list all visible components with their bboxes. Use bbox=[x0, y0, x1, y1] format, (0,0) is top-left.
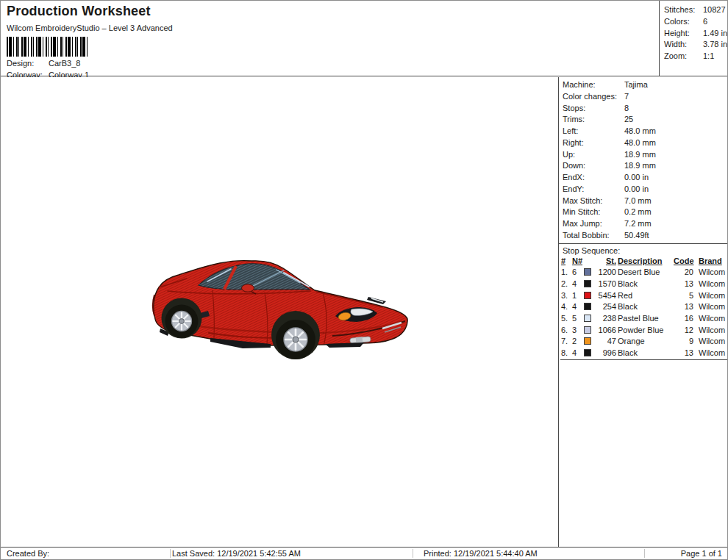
machine-info-value: 7.2 mm bbox=[624, 218, 652, 230]
stop-num: 7. bbox=[560, 336, 571, 348]
stop-description: Pastel Blue bbox=[617, 313, 673, 325]
thread-color-swatch bbox=[584, 315, 591, 322]
footer: Created By: Last Saved: 12/19/2021 5:42:… bbox=[1, 547, 727, 559]
stop-needle: 4 bbox=[571, 279, 583, 290]
stop-brand: Wilcom bbox=[694, 313, 728, 325]
stop-brand: Wilcom bbox=[694, 301, 728, 313]
thread-color-swatch bbox=[584, 268, 591, 276]
stop-brand: Wilcom bbox=[694, 336, 728, 348]
front-wheel bbox=[271, 311, 320, 359]
thread-color-swatch bbox=[584, 337, 591, 345]
stop-code: 9 bbox=[673, 336, 694, 348]
machine-info-value: 48.0 mm bbox=[624, 137, 656, 149]
stop-code: 16 bbox=[673, 313, 694, 325]
design-barcode bbox=[7, 37, 90, 57]
machine-info-label: Trims: bbox=[563, 114, 624, 126]
machine-info-row: Up: 18.9 mm bbox=[563, 149, 724, 161]
col-brand: Brand bbox=[694, 256, 728, 268]
machine-info-row: Total Bobbin: 50.49ft bbox=[563, 230, 724, 242]
stop-sequence-row: 8. 4 996 Black 13 Wilcom bbox=[560, 348, 728, 359]
thread-color-swatch bbox=[584, 280, 591, 287]
footer-separator bbox=[413, 549, 413, 558]
stop-needle: 1 bbox=[571, 290, 583, 302]
machine-info-row: Down: 18.9 mm bbox=[563, 160, 724, 172]
stop-num: 6. bbox=[560, 325, 571, 337]
machine-info-label: EndX: bbox=[563, 172, 624, 184]
machine-info-value: 18.9 mm bbox=[624, 160, 656, 172]
stat-row: Zoom: 1:1 bbox=[664, 51, 727, 62]
machine-info-value: 18.9 mm bbox=[624, 149, 656, 161]
stop-stitches: 238 bbox=[594, 313, 617, 325]
machine-info-label: Right: bbox=[563, 137, 624, 149]
production-worksheet-page: Production Worksheet Wilcom EmbroiderySt… bbox=[0, 0, 728, 560]
col-description: Description bbox=[617, 256, 673, 268]
machine-info-row: EndX: 0.00 in bbox=[563, 172, 724, 184]
col-num: # bbox=[560, 256, 571, 268]
stop-needle: 5 bbox=[571, 313, 583, 325]
stat-label: Zoom: bbox=[664, 51, 703, 62]
stop-code: 13 bbox=[673, 348, 694, 359]
machine-info-value: 8 bbox=[624, 103, 629, 115]
stop-brand: Wilcom bbox=[694, 290, 728, 302]
stat-value: 1:1 bbox=[703, 51, 714, 62]
col-stitches: St. bbox=[594, 256, 617, 268]
machine-info-label: Left: bbox=[563, 126, 624, 137]
thread-color-swatch bbox=[584, 349, 591, 356]
machine-info-label: Color changes: bbox=[563, 91, 624, 103]
stop-sequence-row: 5. 5 238 Pastel Blue 16 Wilcom bbox=[560, 313, 728, 325]
machine-info-row: Right: 48.0 mm bbox=[563, 137, 724, 149]
stat-row: Width: 3.78 in bbox=[664, 39, 727, 51]
machine-info-row: Min Stitch: 0.2 mm bbox=[563, 207, 724, 218]
stop-description: Desert Blue bbox=[617, 267, 673, 279]
design-label: Design: bbox=[7, 59, 49, 68]
col-needle: N# bbox=[571, 256, 583, 268]
machine-info-value: 0.00 in bbox=[624, 184, 649, 195]
stop-description: Orange bbox=[617, 336, 673, 348]
stop-sequence-row: 7. 2 47 Orange 9 Wilcom bbox=[560, 336, 728, 348]
machine-info-row: Color changes: 7 bbox=[563, 91, 724, 103]
details-panel: Machine: Tajima Color changes: 7 Stops: … bbox=[558, 77, 727, 547]
machine-info-value: 7 bbox=[624, 91, 629, 103]
machine-info-row: Max Jump: 7.2 mm bbox=[563, 218, 724, 230]
stat-value: 3.78 in bbox=[703, 39, 727, 51]
stop-sequence-table: # N# St. Description Code Brand 1. 6 bbox=[560, 256, 728, 360]
machine-info-row: Stops: 8 bbox=[563, 103, 724, 115]
stop-code: 13 bbox=[673, 301, 694, 313]
stop-stitches: 1570 bbox=[594, 279, 617, 290]
stop-description: Black bbox=[617, 279, 673, 290]
stat-row: Height: 1.49 in bbox=[664, 28, 727, 40]
machine-info-label: Max Jump: bbox=[563, 218, 624, 230]
machine-info-row: Max Stitch: 7.0 mm bbox=[563, 195, 724, 207]
machine-info-value: 7.0 mm bbox=[624, 195, 652, 207]
stop-num: 2. bbox=[560, 279, 571, 290]
stop-sequence-row: 6. 3 1066 Powder Blue 12 Wilcom bbox=[560, 325, 728, 337]
footer-separator bbox=[170, 549, 171, 558]
stat-row: Colors: 6 bbox=[664, 16, 727, 28]
design-area bbox=[1, 77, 558, 547]
machine-info-label: EndY: bbox=[563, 184, 624, 195]
page-title: Production Worksheet bbox=[7, 4, 654, 19]
stop-code: 5 bbox=[673, 290, 694, 302]
machine-info-label: Min Stitch: bbox=[563, 207, 624, 218]
header-left: Production Worksheet Wilcom EmbroiderySt… bbox=[7, 4, 654, 80]
stop-stitches: 1200 bbox=[594, 267, 617, 279]
stop-sequence-row: 1. 6 1200 Desert Blue 20 Wilcom bbox=[560, 267, 728, 279]
machine-info-label: Max Stitch: bbox=[563, 195, 624, 207]
machine-info-row: Machine: Tajima bbox=[563, 79, 724, 91]
stop-needle: 6 bbox=[571, 267, 583, 279]
stop-stitches: 996 bbox=[594, 348, 617, 359]
machine-info-value: 25 bbox=[624, 114, 633, 126]
machine-info-value: Tajima bbox=[624, 79, 648, 91]
main-area: Machine: Tajima Color changes: 7 Stops: … bbox=[1, 77, 727, 547]
design-preview-car bbox=[140, 251, 419, 376]
stat-value: 1.49 in bbox=[703, 28, 727, 40]
software-subtitle: Wilcom EmbroideryStudio – Level 3 Advanc… bbox=[7, 24, 654, 32]
thread-color-swatch bbox=[584, 292, 591, 299]
stat-label: Colors: bbox=[664, 16, 703, 28]
footer-separator bbox=[644, 549, 645, 558]
rear-wheel bbox=[162, 298, 202, 339]
stop-brand: Wilcom bbox=[694, 279, 728, 290]
machine-info-label: Total Bobbin: bbox=[563, 230, 624, 242]
stop-stitches: 47 bbox=[594, 336, 617, 348]
stop-stitches: 1066 bbox=[594, 325, 617, 337]
